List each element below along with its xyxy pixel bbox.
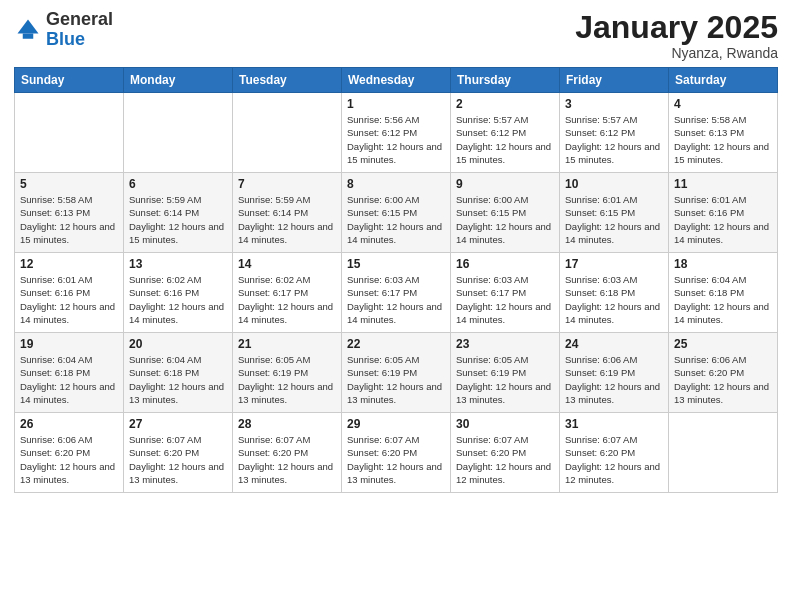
logo: General Blue [14,10,113,50]
calendar-cell [669,413,778,493]
calendar-week-2: 12Sunrise: 6:01 AM Sunset: 6:16 PM Dayli… [15,253,778,333]
day-number: 16 [456,257,554,271]
calendar-cell: 23Sunrise: 6:05 AM Sunset: 6:19 PM Dayli… [451,333,560,413]
day-number: 27 [129,417,227,431]
title-block: January 2025 Nyanza, Rwanda [575,10,778,61]
calendar-cell: 21Sunrise: 6:05 AM Sunset: 6:19 PM Dayli… [233,333,342,413]
calendar-cell [124,93,233,173]
day-number: 15 [347,257,445,271]
header-friday: Friday [560,68,669,93]
day-info: Sunrise: 6:02 AM Sunset: 6:16 PM Dayligh… [129,273,227,326]
day-number: 22 [347,337,445,351]
logo-text: General Blue [46,10,113,50]
day-number: 24 [565,337,663,351]
calendar-cell [15,93,124,173]
day-number: 3 [565,97,663,111]
day-number: 12 [20,257,118,271]
day-info: Sunrise: 5:57 AM Sunset: 6:12 PM Dayligh… [456,113,554,166]
day-info: Sunrise: 5:58 AM Sunset: 6:13 PM Dayligh… [674,113,772,166]
day-info: Sunrise: 5:58 AM Sunset: 6:13 PM Dayligh… [20,193,118,246]
header-tuesday: Tuesday [233,68,342,93]
day-info: Sunrise: 5:56 AM Sunset: 6:12 PM Dayligh… [347,113,445,166]
day-number: 20 [129,337,227,351]
day-number: 10 [565,177,663,191]
calendar-cell: 11Sunrise: 6:01 AM Sunset: 6:16 PM Dayli… [669,173,778,253]
header-monday: Monday [124,68,233,93]
calendar-cell: 10Sunrise: 6:01 AM Sunset: 6:15 PM Dayli… [560,173,669,253]
calendar-cell: 26Sunrise: 6:06 AM Sunset: 6:20 PM Dayli… [15,413,124,493]
day-number: 28 [238,417,336,431]
calendar: Sunday Monday Tuesday Wednesday Thursday… [14,67,778,493]
weekday-header-row: Sunday Monday Tuesday Wednesday Thursday… [15,68,778,93]
day-number: 6 [129,177,227,191]
calendar-cell: 6Sunrise: 5:59 AM Sunset: 6:14 PM Daylig… [124,173,233,253]
calendar-cell: 28Sunrise: 6:07 AM Sunset: 6:20 PM Dayli… [233,413,342,493]
day-number: 30 [456,417,554,431]
calendar-cell: 20Sunrise: 6:04 AM Sunset: 6:18 PM Dayli… [124,333,233,413]
month-title: January 2025 [575,10,778,45]
day-info: Sunrise: 6:06 AM Sunset: 6:20 PM Dayligh… [674,353,772,406]
svg-marker-0 [18,19,39,33]
calendar-cell: 29Sunrise: 6:07 AM Sunset: 6:20 PM Dayli… [342,413,451,493]
calendar-cell [233,93,342,173]
day-number: 23 [456,337,554,351]
day-info: Sunrise: 6:03 AM Sunset: 6:18 PM Dayligh… [565,273,663,326]
day-number: 17 [565,257,663,271]
calendar-cell: 30Sunrise: 6:07 AM Sunset: 6:20 PM Dayli… [451,413,560,493]
day-info: Sunrise: 6:07 AM Sunset: 6:20 PM Dayligh… [129,433,227,486]
day-number: 31 [565,417,663,431]
day-info: Sunrise: 6:00 AM Sunset: 6:15 PM Dayligh… [347,193,445,246]
calendar-week-0: 1Sunrise: 5:56 AM Sunset: 6:12 PM Daylig… [15,93,778,173]
calendar-cell: 18Sunrise: 6:04 AM Sunset: 6:18 PM Dayli… [669,253,778,333]
calendar-cell: 12Sunrise: 6:01 AM Sunset: 6:16 PM Dayli… [15,253,124,333]
day-number: 18 [674,257,772,271]
day-info: Sunrise: 6:06 AM Sunset: 6:19 PM Dayligh… [565,353,663,406]
calendar-cell: 22Sunrise: 6:05 AM Sunset: 6:19 PM Dayli… [342,333,451,413]
calendar-cell: 31Sunrise: 6:07 AM Sunset: 6:20 PM Dayli… [560,413,669,493]
day-info: Sunrise: 6:04 AM Sunset: 6:18 PM Dayligh… [20,353,118,406]
day-info: Sunrise: 6:01 AM Sunset: 6:16 PM Dayligh… [20,273,118,326]
calendar-cell: 24Sunrise: 6:06 AM Sunset: 6:19 PM Dayli… [560,333,669,413]
day-number: 9 [456,177,554,191]
day-number: 29 [347,417,445,431]
day-info: Sunrise: 5:59 AM Sunset: 6:14 PM Dayligh… [238,193,336,246]
header-wednesday: Wednesday [342,68,451,93]
day-info: Sunrise: 6:04 AM Sunset: 6:18 PM Dayligh… [674,273,772,326]
day-info: Sunrise: 6:07 AM Sunset: 6:20 PM Dayligh… [565,433,663,486]
day-info: Sunrise: 5:59 AM Sunset: 6:14 PM Dayligh… [129,193,227,246]
calendar-cell: 14Sunrise: 6:02 AM Sunset: 6:17 PM Dayli… [233,253,342,333]
day-info: Sunrise: 6:06 AM Sunset: 6:20 PM Dayligh… [20,433,118,486]
day-info: Sunrise: 6:04 AM Sunset: 6:18 PM Dayligh… [129,353,227,406]
day-number: 25 [674,337,772,351]
calendar-cell: 19Sunrise: 6:04 AM Sunset: 6:18 PM Dayli… [15,333,124,413]
header-saturday: Saturday [669,68,778,93]
day-number: 21 [238,337,336,351]
day-info: Sunrise: 6:05 AM Sunset: 6:19 PM Dayligh… [238,353,336,406]
calendar-cell: 8Sunrise: 6:00 AM Sunset: 6:15 PM Daylig… [342,173,451,253]
day-number: 1 [347,97,445,111]
day-info: Sunrise: 6:05 AM Sunset: 6:19 PM Dayligh… [347,353,445,406]
calendar-cell: 25Sunrise: 6:06 AM Sunset: 6:20 PM Dayli… [669,333,778,413]
calendar-cell: 16Sunrise: 6:03 AM Sunset: 6:17 PM Dayli… [451,253,560,333]
day-number: 7 [238,177,336,191]
day-info: Sunrise: 6:07 AM Sunset: 6:20 PM Dayligh… [456,433,554,486]
day-number: 2 [456,97,554,111]
day-info: Sunrise: 6:01 AM Sunset: 6:15 PM Dayligh… [565,193,663,246]
header-sunday: Sunday [15,68,124,93]
header: General Blue January 2025 Nyanza, Rwanda [14,10,778,61]
logo-blue: Blue [46,29,85,49]
day-info: Sunrise: 6:03 AM Sunset: 6:17 PM Dayligh… [456,273,554,326]
day-number: 5 [20,177,118,191]
day-info: Sunrise: 6:07 AM Sunset: 6:20 PM Dayligh… [347,433,445,486]
day-number: 19 [20,337,118,351]
day-number: 11 [674,177,772,191]
day-info: Sunrise: 6:03 AM Sunset: 6:17 PM Dayligh… [347,273,445,326]
calendar-cell: 2Sunrise: 5:57 AM Sunset: 6:12 PM Daylig… [451,93,560,173]
svg-rect-1 [23,33,34,38]
day-number: 8 [347,177,445,191]
calendar-cell: 15Sunrise: 6:03 AM Sunset: 6:17 PM Dayli… [342,253,451,333]
day-info: Sunrise: 6:05 AM Sunset: 6:19 PM Dayligh… [456,353,554,406]
day-number: 4 [674,97,772,111]
day-info: Sunrise: 5:57 AM Sunset: 6:12 PM Dayligh… [565,113,663,166]
calendar-cell: 3Sunrise: 5:57 AM Sunset: 6:12 PM Daylig… [560,93,669,173]
